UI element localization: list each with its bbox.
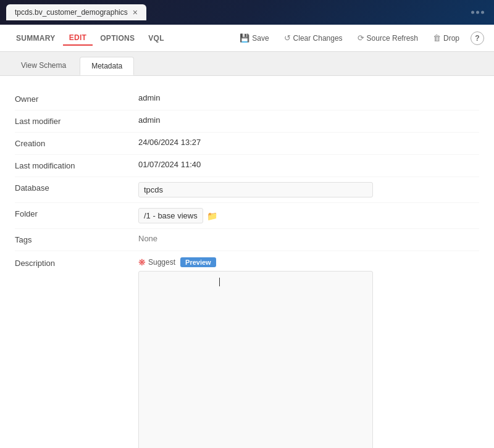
save-label: Save	[252, 34, 269, 43]
metadata-row-owner: Owner admin	[15, 88, 479, 110]
suggest-label: Suggest	[148, 258, 175, 267]
nav-bar: SUMMARY EDIT OPTIONS VQL 💾 Save ↺ Clear …	[0, 25, 494, 52]
description-header: ❋ Suggest Preview	[138, 257, 373, 267]
tab[interactable]: tpcds.bv_customer_demographics ×	[6, 4, 146, 20]
content-tabs: View Schema Metadata	[0, 52, 494, 76]
nav-tabs: SUMMARY EDIT OPTIONS VQL	[10, 31, 233, 46]
metadata-row-creation: Creation 24/06/2024 13:27	[15, 133, 479, 155]
preview-badge[interactable]: Preview	[180, 257, 216, 267]
clear-changes-label: Clear Changes	[293, 34, 343, 43]
help-icon: ?	[475, 34, 479, 43]
save-button[interactable]: 💾 Save	[233, 30, 275, 46]
metadata-row-last-modification: Last modification 01/07/2024 11:40	[15, 155, 479, 177]
title-bar: tpcds.bv_customer_demographics ×	[0, 0, 494, 25]
value-folder[interactable]: /1 - base views	[138, 208, 203, 223]
source-refresh-button[interactable]: ⟳ Source Refresh	[351, 30, 424, 46]
description-editor[interactable]	[138, 271, 373, 448]
nav-actions: 💾 Save ↺ Clear Changes ⟳ Source Refresh …	[233, 30, 484, 46]
label-creation: Creation	[15, 138, 138, 148]
label-last-modification: Last modification	[15, 160, 138, 170]
clear-changes-button[interactable]: ↺ Clear Changes	[278, 30, 349, 46]
save-icon: 💾	[240, 33, 249, 43]
dot-3	[481, 11, 484, 14]
drop-label: Drop	[443, 34, 459, 43]
refresh-icon: ⟳	[358, 33, 364, 43]
nav-tab-vql[interactable]: VQL	[142, 31, 170, 45]
label-last-modifier: Last modifier	[15, 115, 138, 126]
tab-metadata[interactable]: Metadata	[80, 57, 134, 75]
main-content: Owner admin Last modifier admin Creation…	[0, 76, 494, 448]
metadata-row-last-modifier: Last modifier admin	[15, 110, 479, 133]
clear-icon: ↺	[284, 33, 291, 43]
value-last-modification: 01/07/2024 11:40	[138, 160, 479, 169]
suggest-button[interactable]: ❋ Suggest	[138, 257, 175, 267]
folder-browse-icon[interactable]: 📁	[207, 211, 217, 221]
nav-tab-edit[interactable]: EDIT	[63, 31, 93, 46]
label-owner: Owner	[15, 93, 138, 104]
label-description: Description	[15, 257, 138, 268]
tab-title: tpcds.bv_customer_demographics	[15, 8, 128, 17]
nav-tab-options[interactable]: OPTIONS	[94, 31, 141, 45]
label-folder: Folder	[15, 208, 138, 218]
metadata-table: Owner admin Last modifier admin Creation…	[15, 88, 479, 448]
dot-1	[471, 11, 474, 14]
source-refresh-label: Source Refresh	[367, 34, 418, 43]
metadata-row-folder: Folder /1 - base views 📁	[15, 203, 479, 229]
folder-row: /1 - base views 📁	[138, 208, 217, 223]
help-button[interactable]: ?	[471, 31, 484, 45]
label-database: Database	[15, 182, 138, 193]
nav-tab-summary[interactable]: SUMMARY	[10, 31, 62, 45]
drop-button[interactable]: 🗑 Drop	[427, 30, 466, 46]
suggest-icon: ❋	[138, 257, 146, 267]
drop-icon: 🗑	[433, 33, 441, 43]
value-owner: admin	[138, 93, 479, 102]
tab-view-schema[interactable]: View Schema	[10, 57, 77, 75]
text-cursor	[219, 278, 220, 286]
value-creation: 24/06/2024 13:27	[138, 138, 479, 147]
dot-2	[476, 11, 479, 14]
metadata-row-description: Description ❋ Suggest Preview	[15, 251, 479, 448]
value-database[interactable]: tpcds	[138, 182, 373, 197]
label-tags: Tags	[15, 234, 138, 244]
value-tags: None	[138, 234, 479, 243]
description-section: ❋ Suggest Preview	[138, 257, 373, 448]
dot-menu	[471, 11, 484, 14]
value-last-modifier: admin	[138, 115, 479, 125]
metadata-row-database: Database tpcds	[15, 177, 479, 203]
metadata-row-tags: Tags None	[15, 229, 479, 251]
tab-close-icon[interactable]: ×	[133, 8, 138, 17]
